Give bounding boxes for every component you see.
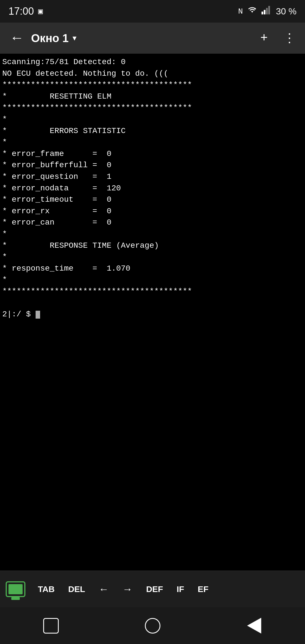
terminal-output: Scanning:75/81 Detected: 0 NO ECU detect… xyxy=(2,56,303,320)
svg-text:x: x xyxy=(254,7,256,11)
terminal-screen-icon xyxy=(8,584,23,594)
more-options-button[interactable]: ⋮ xyxy=(280,31,299,46)
nfc-icon: N xyxy=(238,7,243,16)
toolbar: ← Окно 1 ▾ + ⋮ xyxy=(0,23,305,54)
terminal-icon xyxy=(6,581,25,597)
toolbar-actions: + ⋮ xyxy=(254,31,299,46)
status-bar: 17:00 ▣ N x 30 % xyxy=(0,0,305,23)
toolbar-title-area: Окно 1 ▾ xyxy=(31,32,254,45)
keyboard-toolbar: TAB DEL ← → DEF IF EF xyxy=(0,571,305,607)
back-button[interactable]: ← xyxy=(6,30,28,46)
toolbar-title: Окно 1 xyxy=(31,32,69,45)
add-window-button[interactable]: + xyxy=(254,31,274,45)
back-nav-button[interactable] xyxy=(243,614,265,637)
svg-rect-4 xyxy=(268,6,270,14)
status-time: 17:00 xyxy=(8,5,34,17)
svg-rect-2 xyxy=(264,10,265,14)
status-bar-right: N x 30 % xyxy=(238,6,297,17)
def-button[interactable]: DEF xyxy=(139,576,170,602)
if-button[interactable]: IF xyxy=(170,576,191,602)
recents-icon xyxy=(43,618,59,634)
signal-icon xyxy=(262,6,272,17)
right-arrow-button[interactable]: → xyxy=(116,576,139,602)
dropdown-icon[interactable]: ▾ xyxy=(71,32,78,44)
tab-button[interactable]: TAB xyxy=(31,576,61,602)
svg-rect-3 xyxy=(266,8,268,14)
terminal-icon-button[interactable] xyxy=(3,576,28,602)
terminal-cursor xyxy=(36,311,40,319)
sim-icon: ▣ xyxy=(38,6,43,16)
svg-rect-1 xyxy=(262,12,263,14)
ef-button[interactable]: EF xyxy=(191,576,215,602)
status-bar-left: 17:00 ▣ xyxy=(8,5,43,17)
del-button[interactable]: DEL xyxy=(61,576,92,602)
recents-button[interactable] xyxy=(40,614,62,637)
back-icon xyxy=(247,618,261,634)
terminal-line-1: Scanning:75/81 Detected: 0 NO ECU detect… xyxy=(2,58,192,319)
terminal-area: Scanning:75/81 Detected: 0 NO ECU detect… xyxy=(0,54,305,571)
home-icon xyxy=(145,618,160,634)
home-button[interactable] xyxy=(141,614,164,637)
wifi-icon: x xyxy=(247,6,257,17)
nav-bar xyxy=(0,607,305,644)
left-arrow-button[interactable]: ← xyxy=(92,576,116,602)
battery-text: 30 % xyxy=(276,6,297,17)
